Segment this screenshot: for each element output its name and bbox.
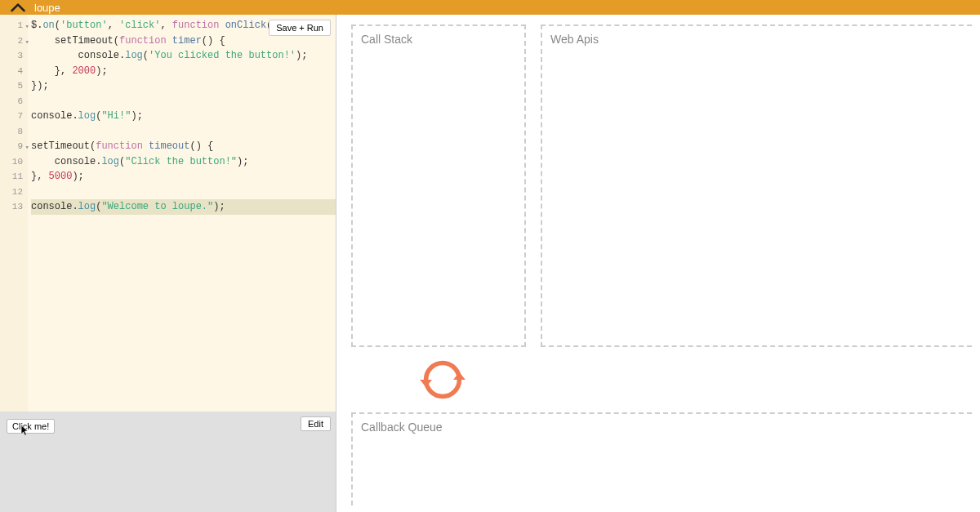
code-line: }); <box>31 78 336 94</box>
event-loop-icon <box>418 358 467 401</box>
call-stack-panel: Call Stack <box>351 24 526 347</box>
code-line <box>31 185 336 200</box>
callback-queue-panel: Callback Queue <box>351 412 972 505</box>
line-number: 6 <box>0 94 28 109</box>
line-number: 3 <box>0 48 28 64</box>
line-number: 11 <box>0 169 28 185</box>
left-panel: 1 2 3 4 5 6 7 8 9 10 11 12 13 $.on('butt… <box>0 15 336 512</box>
callback-queue-label: Callback Queue <box>361 421 443 434</box>
line-number: 12 <box>0 185 28 200</box>
click-me-button[interactable]: Click me! <box>7 419 55 434</box>
logo-text: loupe <box>34 2 60 14</box>
render-preview: Click me! Edit <box>0 412 336 512</box>
code-content[interactable]: $.on('button', 'click', function onClick… <box>28 15 336 412</box>
code-line: console.log('You clicked the button!'); <box>31 48 336 64</box>
code-line: setTimeout(function timeout() { <box>31 139 336 154</box>
code-line: }, 2000); <box>31 64 336 79</box>
line-number-gutter: 1 2 3 4 5 6 7 8 9 10 11 12 13 <box>0 15 28 412</box>
save-run-button[interactable]: Save + Run <box>269 20 331 36</box>
line-number: 8 <box>0 124 28 140</box>
call-stack-label: Call Stack <box>361 33 412 46</box>
web-apis-label: Web Apis <box>550 33 599 46</box>
line-number: 13 <box>0 199 28 215</box>
line-number: 1 <box>0 18 28 33</box>
code-editor[interactable]: 1 2 3 4 5 6 7 8 9 10 11 12 13 $.on('butt… <box>0 15 336 412</box>
line-number: 4 <box>0 64 28 79</box>
code-line <box>31 124 336 140</box>
header-bar: loupe <box>0 0 980 15</box>
logo-chevron-icon <box>10 2 26 13</box>
line-number: 5 <box>0 78 28 94</box>
line-number: 10 <box>0 154 28 170</box>
right-panel: Call Stack Web Apis Callback Queue <box>336 15 980 512</box>
line-number: 2 <box>0 33 28 49</box>
code-line-highlighted: console.log("Welcome to loupe."); <box>31 199 336 215</box>
edit-button[interactable]: Edit <box>301 416 331 431</box>
web-apis-panel: Web Apis <box>541 24 972 347</box>
code-line: }, 5000); <box>31 169 336 185</box>
code-line: console.log("Click the button!"); <box>31 154 336 170</box>
line-number: 9 <box>0 139 28 154</box>
line-number: 7 <box>0 109 28 124</box>
code-line: console.log("Hi!"); <box>31 109 336 124</box>
code-line <box>31 94 336 109</box>
